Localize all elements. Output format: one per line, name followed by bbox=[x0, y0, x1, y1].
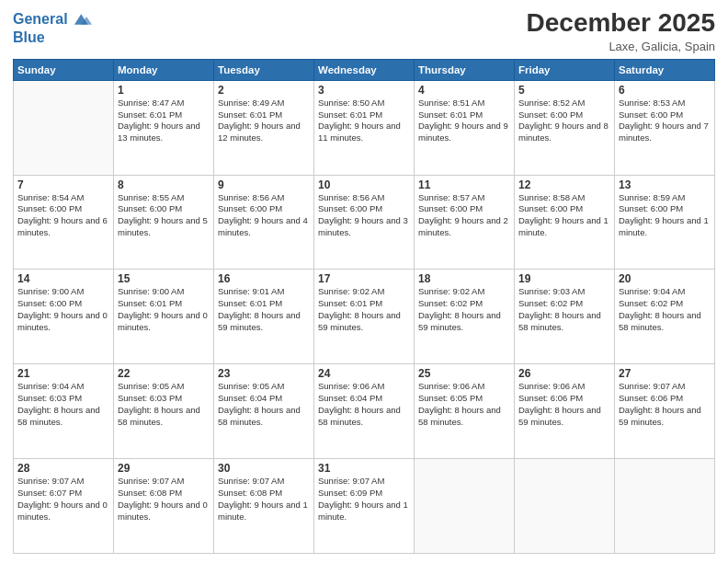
day-info: Sunrise: 9:06 AMSunset: 6:04 PMDaylight:… bbox=[318, 381, 410, 428]
logo-line1: General bbox=[13, 11, 68, 27]
calendar-cell: 9Sunrise: 8:56 AMSunset: 6:00 PMDaylight… bbox=[214, 175, 314, 270]
day-info: Sunrise: 8:50 AMSunset: 6:01 PMDaylight:… bbox=[318, 98, 410, 144]
weekday-header-thursday: Thursday bbox=[415, 59, 515, 80]
calendar-cell: 20Sunrise: 9:04 AMSunset: 6:02 PMDayligh… bbox=[615, 270, 715, 364]
week-row-4: 28Sunrise: 9:07 AMSunset: 6:07 PMDayligh… bbox=[14, 459, 715, 554]
day-number: 14 bbox=[17, 272, 109, 285]
logo-icon bbox=[72, 9, 92, 29]
day-number: 22 bbox=[118, 367, 210, 380]
calendar-cell: 31Sunrise: 9:07 AMSunset: 6:09 PMDayligh… bbox=[314, 459, 415, 554]
day-info: Sunrise: 8:56 AMSunset: 6:00 PMDaylight:… bbox=[318, 192, 410, 239]
day-info: Sunrise: 9:06 AMSunset: 6:05 PMDaylight:… bbox=[418, 381, 510, 428]
day-number: 19 bbox=[518, 272, 610, 285]
location: Laxe, Galicia, Spain bbox=[527, 40, 715, 53]
calendar-cell: 11Sunrise: 8:57 AMSunset: 6:00 PMDayligh… bbox=[415, 175, 515, 270]
calendar-cell: 27Sunrise: 9:07 AMSunset: 6:06 PMDayligh… bbox=[615, 364, 715, 459]
page: General Blue December 2025 Laxe, Galicia… bbox=[0, 0, 728, 563]
calendar-cell: 18Sunrise: 9:02 AMSunset: 6:02 PMDayligh… bbox=[415, 270, 515, 364]
header: General Blue December 2025 Laxe, Galicia… bbox=[13, 9, 715, 53]
day-info: Sunrise: 9:00 AMSunset: 6:01 PMDaylight:… bbox=[118, 286, 210, 333]
day-number: 1 bbox=[118, 84, 210, 97]
weekday-header-saturday: Saturday bbox=[615, 59, 715, 80]
calendar-cell: 30Sunrise: 9:07 AMSunset: 6:08 PMDayligh… bbox=[214, 459, 314, 554]
weekday-header-monday: Monday bbox=[114, 59, 214, 80]
day-info: Sunrise: 9:03 AMSunset: 6:02 PMDaylight:… bbox=[518, 286, 610, 333]
month-title: December 2025 bbox=[527, 9, 715, 38]
week-row-0: 1Sunrise: 8:47 AMSunset: 6:01 PMDaylight… bbox=[14, 80, 715, 175]
calendar-cell: 8Sunrise: 8:55 AMSunset: 6:00 PMDaylight… bbox=[114, 175, 214, 270]
day-info: Sunrise: 8:54 AMSunset: 6:00 PMDaylight:… bbox=[17, 192, 109, 239]
day-info: Sunrise: 9:07 AMSunset: 6:09 PMDaylight:… bbox=[318, 476, 410, 523]
calendar-cell: 25Sunrise: 9:06 AMSunset: 6:05 PMDayligh… bbox=[415, 364, 515, 459]
day-number: 23 bbox=[218, 367, 310, 380]
calendar-cell bbox=[14, 80, 114, 175]
day-number: 5 bbox=[518, 84, 610, 97]
day-number: 8 bbox=[118, 178, 210, 191]
week-row-3: 21Sunrise: 9:04 AMSunset: 6:03 PMDayligh… bbox=[14, 364, 715, 459]
day-number: 28 bbox=[17, 462, 109, 475]
day-number: 18 bbox=[418, 272, 510, 285]
calendar-cell: 14Sunrise: 9:00 AMSunset: 6:00 PMDayligh… bbox=[14, 270, 114, 364]
calendar-cell: 15Sunrise: 9:00 AMSunset: 6:01 PMDayligh… bbox=[114, 270, 214, 364]
calendar-cell: 2Sunrise: 8:49 AMSunset: 6:01 PMDaylight… bbox=[214, 80, 314, 175]
day-number: 25 bbox=[418, 367, 510, 380]
calendar-cell bbox=[615, 459, 715, 554]
calendar-cell: 28Sunrise: 9:07 AMSunset: 6:07 PMDayligh… bbox=[14, 459, 114, 554]
day-info: Sunrise: 8:56 AMSunset: 6:00 PMDaylight:… bbox=[218, 192, 310, 239]
calendar-cell: 24Sunrise: 9:06 AMSunset: 6:04 PMDayligh… bbox=[314, 364, 415, 459]
day-number: 3 bbox=[318, 84, 410, 97]
calendar-cell: 17Sunrise: 9:02 AMSunset: 6:01 PMDayligh… bbox=[314, 270, 415, 364]
day-number: 21 bbox=[17, 367, 109, 380]
day-info: Sunrise: 9:06 AMSunset: 6:06 PMDaylight:… bbox=[518, 381, 610, 428]
day-info: Sunrise: 8:49 AMSunset: 6:01 PMDaylight:… bbox=[218, 98, 310, 144]
day-number: 27 bbox=[619, 367, 711, 380]
day-number: 31 bbox=[318, 462, 410, 475]
calendar-cell: 6Sunrise: 8:53 AMSunset: 6:00 PMDaylight… bbox=[615, 80, 715, 175]
day-info: Sunrise: 9:02 AMSunset: 6:01 PMDaylight:… bbox=[318, 286, 410, 333]
calendar-cell: 3Sunrise: 8:50 AMSunset: 6:01 PMDaylight… bbox=[314, 80, 415, 175]
day-info: Sunrise: 8:53 AMSunset: 6:00 PMDaylight:… bbox=[619, 98, 711, 144]
day-number: 24 bbox=[318, 367, 410, 380]
day-number: 29 bbox=[118, 462, 210, 475]
logo-text: General bbox=[13, 11, 68, 28]
day-info: Sunrise: 9:05 AMSunset: 6:03 PMDaylight:… bbox=[118, 381, 210, 428]
weekday-header-tuesday: Tuesday bbox=[214, 59, 314, 80]
day-number: 20 bbox=[619, 272, 711, 285]
day-info: Sunrise: 9:04 AMSunset: 6:03 PMDaylight:… bbox=[17, 381, 109, 428]
day-info: Sunrise: 9:07 AMSunset: 6:07 PMDaylight:… bbox=[17, 476, 109, 523]
day-info: Sunrise: 8:47 AMSunset: 6:01 PMDaylight:… bbox=[118, 98, 210, 144]
day-number: 10 bbox=[318, 178, 410, 191]
week-row-1: 7Sunrise: 8:54 AMSunset: 6:00 PMDaylight… bbox=[14, 175, 715, 270]
calendar-cell: 7Sunrise: 8:54 AMSunset: 6:00 PMDaylight… bbox=[14, 175, 114, 270]
day-info: Sunrise: 9:04 AMSunset: 6:02 PMDaylight:… bbox=[619, 286, 711, 333]
day-info: Sunrise: 8:55 AMSunset: 6:00 PMDaylight:… bbox=[118, 192, 210, 239]
calendar-cell: 29Sunrise: 9:07 AMSunset: 6:08 PMDayligh… bbox=[114, 459, 214, 554]
day-info: Sunrise: 9:07 AMSunset: 6:08 PMDaylight:… bbox=[118, 476, 210, 523]
calendar-cell: 22Sunrise: 9:05 AMSunset: 6:03 PMDayligh… bbox=[114, 364, 214, 459]
day-number: 30 bbox=[218, 462, 310, 475]
day-number: 12 bbox=[518, 178, 610, 191]
day-info: Sunrise: 8:52 AMSunset: 6:00 PMDaylight:… bbox=[518, 98, 610, 144]
weekday-header-wednesday: Wednesday bbox=[314, 59, 415, 80]
weekday-header-friday: Friday bbox=[515, 59, 615, 80]
calendar-table: SundayMondayTuesdayWednesdayThursdayFrid… bbox=[13, 59, 715, 554]
day-info: Sunrise: 9:01 AMSunset: 6:01 PMDaylight:… bbox=[218, 286, 310, 333]
day-info: Sunrise: 9:02 AMSunset: 6:02 PMDaylight:… bbox=[418, 286, 510, 333]
day-info: Sunrise: 8:57 AMSunset: 6:00 PMDaylight:… bbox=[418, 192, 510, 239]
weekday-header-row: SundayMondayTuesdayWednesdayThursdayFrid… bbox=[14, 59, 715, 80]
calendar-cell: 23Sunrise: 9:05 AMSunset: 6:04 PMDayligh… bbox=[214, 364, 314, 459]
day-info: Sunrise: 9:05 AMSunset: 6:04 PMDaylight:… bbox=[218, 381, 310, 428]
day-info: Sunrise: 8:59 AMSunset: 6:00 PMDaylight:… bbox=[619, 192, 711, 239]
day-number: 26 bbox=[518, 367, 610, 380]
calendar-cell: 21Sunrise: 9:04 AMSunset: 6:03 PMDayligh… bbox=[14, 364, 114, 459]
day-info: Sunrise: 8:51 AMSunset: 6:01 PMDaylight:… bbox=[418, 98, 510, 144]
calendar-cell: 10Sunrise: 8:56 AMSunset: 6:00 PMDayligh… bbox=[314, 175, 415, 270]
calendar-cell: 26Sunrise: 9:06 AMSunset: 6:06 PMDayligh… bbox=[515, 364, 615, 459]
weekday-header-sunday: Sunday bbox=[14, 59, 114, 80]
calendar-cell: 5Sunrise: 8:52 AMSunset: 6:00 PMDaylight… bbox=[515, 80, 615, 175]
calendar-cell bbox=[515, 459, 615, 554]
day-info: Sunrise: 8:58 AMSunset: 6:00 PMDaylight:… bbox=[518, 192, 610, 239]
day-number: 4 bbox=[418, 84, 510, 97]
calendar-cell: 1Sunrise: 8:47 AMSunset: 6:01 PMDaylight… bbox=[114, 80, 214, 175]
day-number: 16 bbox=[218, 272, 310, 285]
